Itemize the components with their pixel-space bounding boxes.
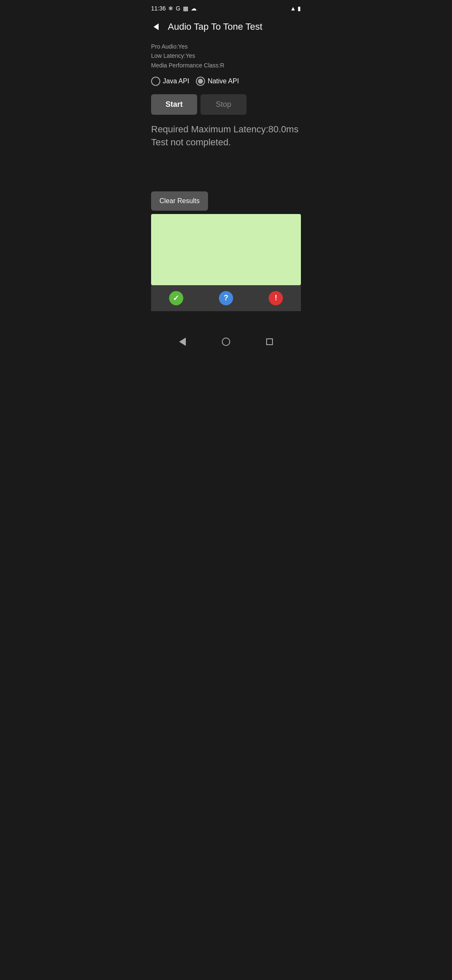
calendar-icon: ▦ [183,5,188,12]
start-button[interactable]: Start [151,94,197,115]
native-api-label: Native API [208,77,239,85]
result-section: Required Maximum Latency:80.0ms Test not… [151,123,301,149]
back-button[interactable] [148,18,164,35]
info-section: Pro Audio:Yes Low Latency:Yes Media Perf… [151,42,301,70]
pass-check-icon: ✓ [169,291,183,305]
status-time: 11:36 [151,5,166,12]
native-api-radio-outer [196,77,205,86]
nav-back-icon [179,338,186,346]
question-mark-icon: ? [219,291,233,305]
page-title: Audio Tap To Tone Test [168,21,262,32]
back-arrow-icon [154,23,159,30]
content-area: Pro Audio:Yes Low Latency:Yes Media Perf… [144,39,308,315]
java-api-label: Java API [163,77,189,85]
nav-back-button[interactable] [176,334,189,349]
cloud-icon: ☁ [191,5,197,12]
fan-icon: ❄ [168,5,173,12]
media-perf-label: Media Performance Class:R [151,61,301,70]
wifi-icon: ▲ [290,5,296,12]
native-api-radio[interactable]: Native API [196,77,239,86]
warning-icon: ! [269,291,283,305]
info-button[interactable]: ? [201,285,251,311]
spacer [151,152,301,185]
app-bar: Audio Tap To Tone Test [144,15,308,39]
low-latency-label: Low Latency:Yes [151,51,301,60]
warning-button[interactable]: ! [251,285,301,311]
api-radio-group: Java API Native API [151,77,301,86]
status-bar: 11:36 ❄ G ▦ ☁ ▲ ▮ [144,0,308,15]
nav-home-button[interactable] [218,334,234,349]
nav-recents-button[interactable] [263,335,276,348]
native-api-radio-inner [198,79,203,84]
stop-button[interactable]: Stop [200,94,247,115]
nav-recents-icon [266,338,273,345]
result-line1: Required Maximum Latency:80.0ms [151,123,301,136]
java-api-radio[interactable]: Java API [151,77,189,86]
pro-audio-label: Pro Audio:Yes [151,42,301,51]
bottom-action-buttons: ✓ ? ! [151,285,301,311]
empty-space [144,315,308,330]
result-line2: Test not completed. [151,136,301,149]
clear-results-button[interactable]: Clear Results [151,191,208,211]
green-display-area [151,214,301,285]
status-right: ▲ ▮ [290,5,301,12]
nav-bar [144,330,308,353]
java-api-radio-outer [151,77,160,86]
google-icon: G [176,5,180,12]
status-left: 11:36 ❄ G ▦ ☁ [151,5,197,12]
action-buttons: Start Stop [151,94,301,115]
nav-home-icon [222,338,230,346]
pass-button[interactable]: ✓ [151,285,201,311]
battery-icon: ▮ [298,5,301,12]
